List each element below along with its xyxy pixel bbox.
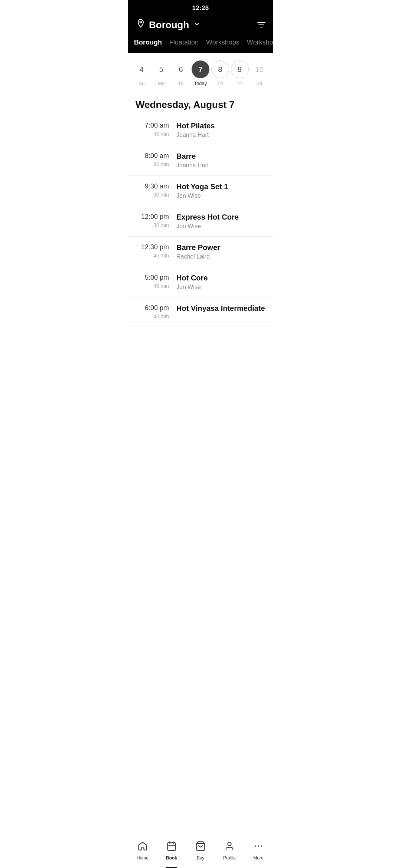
location-name: Borough (149, 19, 189, 31)
day-label-10: Sa (257, 80, 263, 86)
class-hot-vinyasa[interactable]: 6:00 pm 45 min Hot Vinyasa Intermediate (128, 297, 273, 326)
svg-point-0 (140, 21, 142, 23)
class-info-0: Hot Pilates Joanna Hart (176, 122, 265, 138)
date-heading: Wednesday, August 7 (128, 90, 273, 115)
day-5[interactable]: 5 Mo (152, 60, 170, 86)
tab-floatation[interactable]: Floatation (169, 37, 199, 48)
class-time-2: 9:30 am 60 min (136, 183, 176, 198)
day-number-9: 9 (231, 60, 249, 78)
day-label-5: Mo (158, 80, 164, 86)
filter-button[interactable] (257, 22, 265, 27)
day-label-8: Th (217, 80, 223, 86)
class-info-6: Hot Vinyasa Intermediate (176, 304, 265, 314)
class-barre[interactable]: 8:00 am 45 min Barre Joanna Hart (128, 145, 273, 176)
class-time-5: 5:00 pm 45 min (136, 274, 176, 289)
day-label-4: Su (138, 80, 144, 86)
class-hot-yoga[interactable]: 9:30 am 60 min Hot Yoga Set 1 Jon Wise (128, 176, 273, 206)
class-time-4: 12:30 pm 45 min (136, 243, 176, 259)
class-hot-pilates[interactable]: 7:00 am 45 min Hot Pilates Joanna Hart (128, 115, 273, 145)
day-10[interactable]: 10 Sa (250, 60, 268, 86)
day-number-10: 10 (250, 60, 268, 78)
class-time-6: 6:00 pm 45 min (136, 304, 176, 319)
day-number-7: 7 (192, 60, 209, 78)
class-info-4: Barre Power Rachel Laird (176, 243, 265, 260)
nav-tabs: Borough Floatation Workshops Workshop (128, 37, 273, 53)
day-number-8: 8 (211, 60, 229, 78)
day-8[interactable]: 8 Th (211, 60, 229, 86)
header: Borough (128, 15, 273, 37)
class-info-3: Express Hot Core Jon Wise (176, 213, 265, 230)
day-label-6: Tu (178, 80, 184, 86)
class-time-1: 8:00 am 45 min (136, 152, 176, 167)
location-icon (136, 19, 146, 31)
day-number-6: 6 (172, 60, 190, 78)
filter-line-2 (258, 24, 264, 25)
tab-workshops[interactable]: Workshops (206, 37, 239, 48)
class-barre-power[interactable]: 12:30 pm 45 min Barre Power Rachel Laird (128, 237, 273, 267)
class-time-0: 7:00 am 45 min (136, 122, 176, 137)
class-express-hot-core[interactable]: 12:00 pm 30 min Express Hot Core Jon Wis… (128, 206, 273, 237)
day-number-5: 5 (152, 60, 170, 78)
chevron-down-icon (193, 21, 200, 29)
class-info-5: Hot Core Jon Wise (176, 274, 265, 290)
class-time-3: 12:00 pm 30 min (136, 213, 176, 228)
day-label-7: Today (194, 80, 207, 86)
status-bar: 12:28 (128, 0, 273, 15)
time: 12:28 (192, 4, 209, 11)
day-number-4: 4 (133, 60, 150, 78)
class-list: 7:00 am 45 min Hot Pilates Joanna Hart 8… (128, 115, 273, 356)
tab-workshop[interactable]: Workshop (247, 37, 273, 48)
class-info-2: Hot Yoga Set 1 Jon Wise (176, 183, 265, 199)
filter-line-1 (257, 22, 265, 23)
day-6[interactable]: 6 Tu (172, 60, 190, 86)
day-4[interactable]: 4 Su (133, 60, 150, 86)
filter-line-3 (260, 27, 263, 27)
day-9[interactable]: 9 Fr (231, 60, 249, 86)
location-selector[interactable]: Borough (136, 19, 200, 31)
class-info-1: Barre Joanna Hart (176, 152, 265, 169)
tab-borough[interactable]: Borough (134, 37, 162, 48)
calendar-strip: 4 Su 5 Mo 6 Tu 7 Today 8 Th 9 Fr 10 Sa (128, 53, 273, 90)
day-7-today[interactable]: 7 Today (192, 60, 209, 86)
class-hot-core[interactable]: 5:00 pm 45 min Hot Core Jon Wise (128, 267, 273, 297)
day-label-9: Fr (238, 80, 242, 86)
